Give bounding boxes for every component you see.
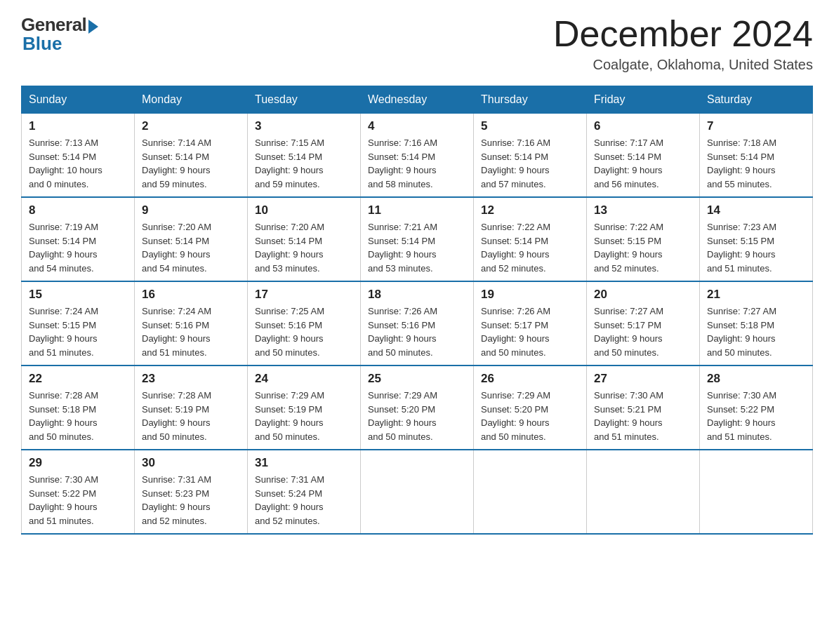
day-number: 12: [481, 203, 579, 217]
calendar-cell: 11 Sunrise: 7:21 AM Sunset: 5:14 PM Dayl…: [361, 197, 474, 281]
calendar-table: SundayMondayTuesdayWednesdayThursdayFrid…: [21, 86, 813, 535]
day-info: Sunrise: 7:26 AM Sunset: 5:17 PM Dayligh…: [481, 304, 579, 359]
day-number: 26: [481, 372, 579, 386]
title-section: December 2024 Coalgate, Oklahoma, United…: [553, 14, 813, 73]
day-number: 16: [142, 288, 240, 302]
day-info: Sunrise: 7:27 AM Sunset: 5:17 PM Dayligh…: [594, 304, 692, 359]
calendar-cell: 13 Sunrise: 7:22 AM Sunset: 5:15 PM Dayl…: [587, 197, 700, 281]
day-number: 2: [142, 119, 240, 133]
header-saturday: Saturday: [700, 86, 813, 114]
calendar-cell: 10 Sunrise: 7:20 AM Sunset: 5:14 PM Dayl…: [248, 197, 361, 281]
day-number: 30: [142, 456, 240, 470]
calendar-cell: 8 Sunrise: 7:19 AM Sunset: 5:14 PM Dayli…: [22, 197, 135, 281]
calendar-cell: 22 Sunrise: 7:28 AM Sunset: 5:18 PM Dayl…: [22, 365, 135, 450]
day-number: 19: [481, 288, 579, 302]
day-number: 8: [29, 203, 127, 217]
calendar-cell: 5 Sunrise: 7:16 AM Sunset: 5:14 PM Dayli…: [474, 114, 587, 198]
day-info: Sunrise: 7:22 AM Sunset: 5:14 PM Dayligh…: [481, 220, 579, 275]
calendar-cell: 1 Sunrise: 7:13 AM Sunset: 5:14 PM Dayli…: [22, 114, 135, 198]
calendar-cell: 31 Sunrise: 7:31 AM Sunset: 5:24 PM Dayl…: [248, 450, 361, 534]
day-number: 28: [707, 372, 805, 386]
page-header: General Blue December 2024 Coalgate, Okl…: [21, 14, 813, 73]
day-number: 15: [29, 288, 127, 302]
day-number: 20: [594, 288, 692, 302]
day-number: 5: [481, 119, 579, 133]
day-info: Sunrise: 7:24 AM Sunset: 5:15 PM Dayligh…: [29, 304, 127, 359]
calendar-cell: [587, 450, 700, 534]
day-number: 17: [255, 288, 353, 302]
calendar-cell: 29 Sunrise: 7:30 AM Sunset: 5:22 PM Dayl…: [22, 450, 135, 534]
day-info: Sunrise: 7:18 AM Sunset: 5:14 PM Dayligh…: [707, 136, 805, 191]
calendar-cell: 4 Sunrise: 7:16 AM Sunset: 5:14 PM Dayli…: [361, 114, 474, 198]
header-monday: Monday: [135, 86, 248, 114]
calendar-cell: 15 Sunrise: 7:24 AM Sunset: 5:15 PM Dayl…: [22, 281, 135, 365]
logo[interactable]: General Blue: [21, 14, 98, 55]
day-info: Sunrise: 7:20 AM Sunset: 5:14 PM Dayligh…: [142, 220, 240, 275]
calendar-week-3: 15 Sunrise: 7:24 AM Sunset: 5:15 PM Dayl…: [22, 281, 813, 365]
day-info: Sunrise: 7:24 AM Sunset: 5:16 PM Dayligh…: [142, 304, 240, 359]
day-info: Sunrise: 7:20 AM Sunset: 5:14 PM Dayligh…: [255, 220, 353, 275]
calendar-week-4: 22 Sunrise: 7:28 AM Sunset: 5:18 PM Dayl…: [22, 365, 813, 450]
calendar-header-row: SundayMondayTuesdayWednesdayThursdayFrid…: [22, 86, 813, 114]
day-number: 24: [255, 372, 353, 386]
calendar-cell: 2 Sunrise: 7:14 AM Sunset: 5:14 PM Dayli…: [135, 114, 248, 198]
day-number: 31: [255, 456, 353, 470]
day-info: Sunrise: 7:15 AM Sunset: 5:14 PM Dayligh…: [255, 136, 353, 191]
day-info: Sunrise: 7:16 AM Sunset: 5:14 PM Dayligh…: [368, 136, 466, 191]
calendar-week-5: 29 Sunrise: 7:30 AM Sunset: 5:22 PM Dayl…: [22, 450, 813, 534]
calendar-cell: [474, 450, 587, 534]
day-number: 18: [368, 288, 466, 302]
day-info: Sunrise: 7:29 AM Sunset: 5:20 PM Dayligh…: [368, 389, 466, 443]
day-info: Sunrise: 7:22 AM Sunset: 5:15 PM Dayligh…: [594, 220, 692, 275]
day-number: 27: [594, 372, 692, 386]
day-number: 4: [368, 119, 466, 133]
calendar-cell: 6 Sunrise: 7:17 AM Sunset: 5:14 PM Dayli…: [587, 114, 700, 198]
calendar-cell: 19 Sunrise: 7:26 AM Sunset: 5:17 PM Dayl…: [474, 281, 587, 365]
day-info: Sunrise: 7:31 AM Sunset: 5:24 PM Dayligh…: [255, 473, 353, 528]
day-info: Sunrise: 7:30 AM Sunset: 5:21 PM Dayligh…: [594, 389, 692, 443]
calendar-cell: 20 Sunrise: 7:27 AM Sunset: 5:17 PM Dayl…: [587, 281, 700, 365]
calendar-cell: [361, 450, 474, 534]
day-number: 14: [707, 203, 805, 217]
calendar-cell: 7 Sunrise: 7:18 AM Sunset: 5:14 PM Dayli…: [700, 114, 813, 198]
day-info: Sunrise: 7:25 AM Sunset: 5:16 PM Dayligh…: [255, 304, 353, 359]
day-number: 23: [142, 372, 240, 386]
logo-blue-text: Blue: [21, 33, 62, 55]
calendar-week-1: 1 Sunrise: 7:13 AM Sunset: 5:14 PM Dayli…: [22, 114, 813, 198]
day-info: Sunrise: 7:13 AM Sunset: 5:14 PM Dayligh…: [29, 136, 127, 191]
day-info: Sunrise: 7:21 AM Sunset: 5:14 PM Dayligh…: [368, 220, 466, 275]
day-info: Sunrise: 7:30 AM Sunset: 5:22 PM Dayligh…: [707, 389, 805, 443]
location-text: Coalgate, Oklahoma, United States: [553, 57, 813, 73]
header-friday: Friday: [587, 86, 700, 114]
day-number: 9: [142, 203, 240, 217]
day-number: 11: [368, 203, 466, 217]
calendar-cell: 23 Sunrise: 7:28 AM Sunset: 5:19 PM Dayl…: [135, 365, 248, 450]
calendar-cell: [700, 450, 813, 534]
day-number: 13: [594, 203, 692, 217]
calendar-cell: 24 Sunrise: 7:29 AM Sunset: 5:19 PM Dayl…: [248, 365, 361, 450]
calendar-cell: 12 Sunrise: 7:22 AM Sunset: 5:14 PM Dayl…: [474, 197, 587, 281]
calendar-cell: 26 Sunrise: 7:29 AM Sunset: 5:20 PM Dayl…: [474, 365, 587, 450]
calendar-cell: 14 Sunrise: 7:23 AM Sunset: 5:15 PM Dayl…: [700, 197, 813, 281]
day-info: Sunrise: 7:28 AM Sunset: 5:18 PM Dayligh…: [29, 389, 127, 443]
day-number: 22: [29, 372, 127, 386]
day-info: Sunrise: 7:23 AM Sunset: 5:15 PM Dayligh…: [707, 220, 805, 275]
day-info: Sunrise: 7:17 AM Sunset: 5:14 PM Dayligh…: [594, 136, 692, 191]
calendar-cell: 3 Sunrise: 7:15 AM Sunset: 5:14 PM Dayli…: [248, 114, 361, 198]
calendar-cell: 27 Sunrise: 7:30 AM Sunset: 5:21 PM Dayl…: [587, 365, 700, 450]
header-thursday: Thursday: [474, 86, 587, 114]
day-number: 21: [707, 288, 805, 302]
day-number: 3: [255, 119, 353, 133]
day-info: Sunrise: 7:19 AM Sunset: 5:14 PM Dayligh…: [29, 220, 127, 275]
day-number: 7: [707, 119, 805, 133]
day-info: Sunrise: 7:31 AM Sunset: 5:23 PM Dayligh…: [142, 473, 240, 528]
header-sunday: Sunday: [22, 86, 135, 114]
calendar-week-2: 8 Sunrise: 7:19 AM Sunset: 5:14 PM Dayli…: [22, 197, 813, 281]
calendar-cell: 18 Sunrise: 7:26 AM Sunset: 5:16 PM Dayl…: [361, 281, 474, 365]
day-info: Sunrise: 7:26 AM Sunset: 5:16 PM Dayligh…: [368, 304, 466, 359]
calendar-cell: 21 Sunrise: 7:27 AM Sunset: 5:18 PM Dayl…: [700, 281, 813, 365]
day-info: Sunrise: 7:28 AM Sunset: 5:19 PM Dayligh…: [142, 389, 240, 443]
day-info: Sunrise: 7:14 AM Sunset: 5:14 PM Dayligh…: [142, 136, 240, 191]
day-info: Sunrise: 7:29 AM Sunset: 5:20 PM Dayligh…: [481, 389, 579, 443]
calendar-cell: 9 Sunrise: 7:20 AM Sunset: 5:14 PM Dayli…: [135, 197, 248, 281]
